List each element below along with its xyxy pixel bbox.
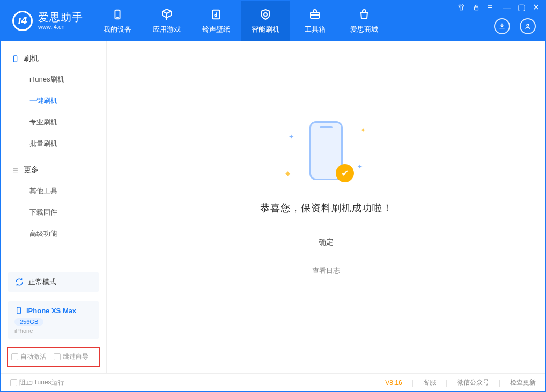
svg-rect-4 (475, 7, 478, 10)
check-badge-icon: ✔ (336, 164, 354, 182)
sidebar-item-download-fw[interactable]: 下载固件 (1, 202, 106, 223)
device-name: iPhone XS Max (26, 307, 76, 315)
statusbar: 阻止iTunes运行 V8.16 | 客服 | 微信公众号 | 检查更新 (1, 373, 545, 391)
svg-rect-10 (17, 307, 21, 314)
divider: | (446, 379, 447, 387)
checkbox-icon (11, 353, 18, 360)
mode-label: 正常模式 (28, 277, 56, 287)
phone-icon (110, 8, 124, 21)
nav-apps-games[interactable]: 应用游戏 (142, 1, 191, 41)
bottom-options-highlighted: 自动激活 跳过向导 (7, 347, 100, 367)
maximize-icon[interactable]: ▢ (518, 4, 525, 11)
nav-label: 爱思商城 (350, 25, 378, 34)
divider: | (412, 379, 414, 387)
status-link-service[interactable]: 客服 (423, 378, 436, 387)
top-nav: 我的设备 应用游戏 铃声壁纸 智能刷机 工具箱 爱思商城 (93, 1, 389, 41)
device-card[interactable]: iPhone XS Max 256GB iPhone (8, 301, 99, 339)
cube-icon (160, 8, 174, 21)
titlebar: ı4 爱思助手 www.i4.cn 我的设备 应用游戏 铃声壁纸 智能刷机 (1, 1, 545, 41)
nav-label: 我的设备 (104, 25, 131, 34)
nav-store[interactable]: 爱思商城 (340, 1, 389, 41)
version-text: V8.16 (385, 379, 402, 387)
view-log-link[interactable]: 查看日志 (312, 266, 340, 276)
sidebar-item-batch-flash[interactable]: 批量刷机 (1, 133, 106, 154)
sidebar-item-pro-flash[interactable]: 专业刷机 (1, 112, 106, 133)
sidebar-group-flash: 刷机 (1, 48, 106, 69)
group-title: 刷机 (24, 54, 39, 63)
nav-label: 应用游戏 (153, 25, 181, 34)
main-panel: ✔ ✦ ✦ ◆ ✦ 恭喜您，保资料刷机成功啦！ 确定 查看日志 (107, 41, 545, 373)
sidebar-item-advanced[interactable]: 高级功能 (1, 223, 106, 245)
sidebar-group-more: 更多 (1, 160, 106, 180)
device-icon (11, 55, 19, 63)
group-title: 更多 (24, 165, 39, 175)
bag-icon (357, 8, 371, 21)
nav-my-device[interactable]: 我的设备 (93, 1, 142, 41)
menu-lines-icon (11, 166, 19, 174)
sidebar-item-oneclick-flash[interactable]: 一键刷机 (1, 90, 106, 112)
sparkle-icon: ✦ (289, 133, 294, 140)
app-logo: ı4 爱思助手 www.i4.cn (1, 1, 93, 41)
lock-icon[interactable] (473, 4, 480, 11)
success-illustration: ✔ ✦ ✦ ◆ ✦ (283, 117, 369, 192)
menu-icon[interactable]: ≡ (488, 4, 495, 11)
app-window: ı4 爱思助手 www.i4.cn 我的设备 应用游戏 铃声壁纸 智能刷机 (0, 0, 546, 392)
checkbox-label: 自动激活 (20, 352, 46, 361)
minimize-icon[interactable]: — (503, 4, 510, 11)
nav-label: 工具箱 (305, 25, 326, 34)
checkbox-icon (54, 353, 61, 360)
user-button[interactable] (520, 18, 536, 34)
svg-rect-6 (13, 55, 17, 61)
app-site: www.i4.cn (38, 24, 83, 31)
status-link-wechat[interactable]: 微信公众号 (457, 378, 489, 387)
svg-point-5 (527, 24, 529, 26)
sidebar-item-other-tools[interactable]: 其他工具 (1, 180, 106, 202)
nav-label: 智能刷机 (252, 25, 279, 34)
toolbox-icon (308, 8, 322, 21)
device-storage: 256GB (14, 318, 43, 326)
sidebar: 刷机 iTunes刷机 一键刷机 专业刷机 批量刷机 更多 其他工具 下载固件 … (1, 41, 107, 373)
shield-refresh-icon (259, 8, 272, 21)
sparkle-icon: ◆ (285, 169, 290, 177)
checkbox-auto-activate[interactable]: 自动激活 (11, 352, 46, 361)
nav-toolbox[interactable]: 工具箱 (290, 1, 340, 41)
nav-ringtones[interactable]: 铃声壁纸 (191, 1, 241, 41)
logo-icon: ı4 (12, 11, 33, 31)
sidebar-item-itunes-flash[interactable]: iTunes刷机 (1, 69, 106, 90)
sparkle-icon: ✦ (360, 127, 366, 134)
mode-card[interactable]: 正常模式 (8, 272, 99, 292)
header-actions (494, 18, 536, 34)
checkbox-icon (10, 379, 17, 386)
divider: | (499, 379, 500, 387)
phone-small-icon (14, 306, 23, 315)
download-button[interactable] (494, 18, 510, 34)
checkbox-block-itunes[interactable]: 阻止iTunes运行 (10, 378, 64, 387)
success-message: 恭喜您，保资料刷机成功啦！ (260, 202, 393, 215)
close-icon[interactable]: ✕ (533, 4, 540, 11)
device-type: iPhone (14, 328, 33, 334)
window-controls: ≡ — ▢ ✕ (458, 4, 540, 11)
checkbox-label: 跳过向导 (63, 352, 88, 361)
body: 刷机 iTunes刷机 一键刷机 专业刷机 批量刷机 更多 其他工具 下载固件 … (1, 41, 545, 373)
checkbox-skip-guide[interactable]: 跳过向导 (54, 352, 88, 361)
checkbox-label: 阻止iTunes运行 (19, 378, 64, 387)
tshirt-icon[interactable] (458, 4, 465, 11)
refresh-icon (14, 277, 24, 287)
sparkle-icon: ✦ (357, 163, 363, 171)
nav-label: 铃声壁纸 (202, 25, 230, 34)
music-file-icon (209, 8, 223, 21)
app-title: 爱思助手 (38, 11, 83, 24)
nav-smart-flash[interactable]: 智能刷机 (241, 1, 290, 41)
ok-button[interactable]: 确定 (286, 232, 366, 253)
status-link-update[interactable]: 检查更新 (510, 378, 536, 387)
